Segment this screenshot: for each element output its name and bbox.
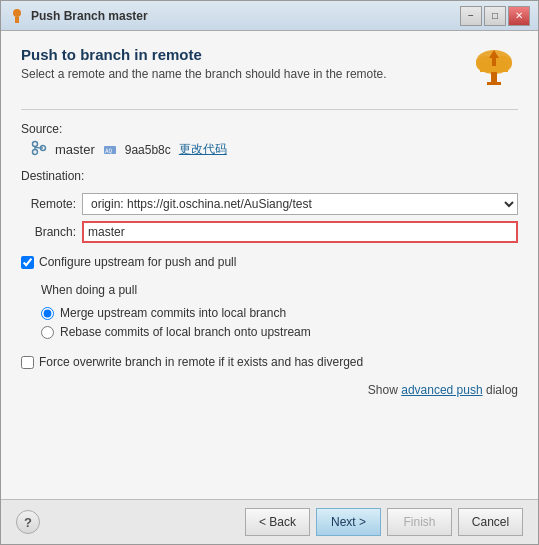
svg-point-9 xyxy=(33,142,38,147)
merge-radio-label: Merge upstream commits into local branch xyxy=(60,306,286,320)
header-text-block: Push to branch in remote Select a remote… xyxy=(21,46,470,81)
source-row: master AQ 9aa5b8c 更改代码 xyxy=(21,140,518,159)
footer-left: ? xyxy=(16,510,40,534)
configure-upstream-checkbox[interactable] xyxy=(21,256,34,269)
rebase-radio[interactable] xyxy=(41,326,54,339)
branch-row: Branch: xyxy=(21,221,518,243)
branch-icon xyxy=(31,140,47,159)
window-title: Push Branch master xyxy=(31,9,148,23)
force-overwrite-row: Force overwrite branch in remote if it e… xyxy=(21,355,518,369)
source-branch-name: master xyxy=(55,142,95,157)
header-subtitle: Select a remote and the name the branch … xyxy=(21,67,470,81)
destination-section: Destination: Remote: origin: https://git… xyxy=(21,169,518,243)
footer-buttons: < Back Next > Finish Cancel xyxy=(245,508,523,536)
close-button[interactable]: ✕ xyxy=(508,6,530,26)
commit-icon: AQ xyxy=(103,143,117,157)
pull-options-label: When doing a pull xyxy=(41,283,518,297)
remote-label: Remote: xyxy=(21,197,76,211)
title-bar-left: Push Branch master xyxy=(9,8,148,24)
commit-action-link[interactable]: 更改代码 xyxy=(179,141,227,158)
svg-point-10 xyxy=(33,150,38,155)
merge-radio[interactable] xyxy=(41,307,54,320)
footer: ? < Back Next > Finish Cancel xyxy=(1,499,538,544)
svg-rect-1 xyxy=(15,17,19,23)
main-content: Push to branch in remote Select a remote… xyxy=(1,31,538,499)
help-button[interactable]: ? xyxy=(16,510,40,534)
commit-hash: 9aa5b8c xyxy=(125,143,171,157)
branch-label: Branch: xyxy=(21,225,76,239)
radio-merge-row: Merge upstream commits into local branch xyxy=(41,306,518,320)
branch-input-wrapper xyxy=(82,221,518,243)
cancel-button[interactable]: Cancel xyxy=(458,508,523,536)
minimize-button[interactable]: − xyxy=(460,6,482,26)
configure-upstream-label: Configure upstream for push and pull xyxy=(39,255,236,269)
finish-button[interactable]: Finish xyxy=(387,508,452,536)
divider-top xyxy=(21,109,518,110)
radio-rebase-row: Rebase commits of local branch onto upst… xyxy=(41,325,518,339)
advanced-push-link[interactable]: advanced push xyxy=(401,383,482,397)
title-bar: Push Branch master − □ ✕ xyxy=(1,1,538,31)
source-section: Source: master AQ xyxy=(21,122,518,159)
remote-select[interactable]: origin: https://git.oschina.net/AuSiang/… xyxy=(82,193,518,215)
header-section: Push to branch in remote Select a remote… xyxy=(21,46,518,97)
title-buttons: − □ ✕ xyxy=(460,6,530,26)
force-overwrite-checkbox[interactable] xyxy=(21,356,34,369)
advanced-suffix: dialog xyxy=(486,383,518,397)
svg-rect-8 xyxy=(487,82,501,85)
push-branch-dialog: Push Branch master − □ ✕ Push to branch … xyxy=(0,0,539,545)
source-label: Source: xyxy=(21,122,518,136)
force-overwrite-label: Force overwrite branch in remote if it e… xyxy=(39,355,363,369)
maximize-button[interactable]: □ xyxy=(484,6,506,26)
rebase-radio-label: Rebase commits of local branch onto upst… xyxy=(60,325,311,339)
next-button[interactable]: Next > xyxy=(316,508,381,536)
branch-input[interactable] xyxy=(82,221,518,243)
back-button[interactable]: < Back xyxy=(245,508,310,536)
cloud-upload-icon xyxy=(470,41,518,97)
window-icon xyxy=(9,8,25,24)
destination-label: Destination: xyxy=(21,169,518,183)
configure-upstream-row: Configure upstream for push and pull xyxy=(21,255,518,269)
svg-point-0 xyxy=(13,9,21,17)
pull-options-group: When doing a pull Merge upstream commits… xyxy=(21,283,518,339)
header-title: Push to branch in remote xyxy=(21,46,470,63)
remote-row: Remote: origin: https://git.oschina.net/… xyxy=(21,193,518,215)
advanced-row: Show advanced push dialog xyxy=(21,383,518,397)
svg-text:AQ: AQ xyxy=(105,147,113,154)
advanced-prefix: Show xyxy=(368,383,398,397)
